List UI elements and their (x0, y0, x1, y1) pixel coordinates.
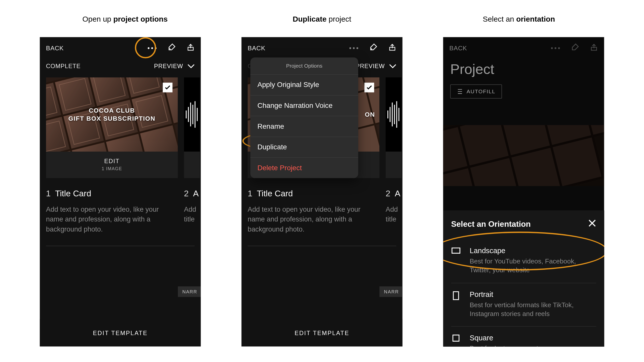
waveform-icon (186, 101, 197, 128)
autofill-button[interactable]: AUTOFILL (450, 84, 502, 99)
complete-label[interactable]: COMPLETE (46, 63, 81, 69)
caption-2: Duplicate project (223, 15, 420, 24)
more-options-icon[interactable] (148, 47, 156, 49)
section-1: 1 Title Card Add text to open your video… (248, 189, 379, 235)
orientation-landscape[interactable]: Landscape Best for YouTube videos, Faceb… (451, 240, 596, 283)
orientation-portrait[interactable]: Portrait Best for vertical formats like … (451, 283, 596, 327)
checkbox-icon[interactable] (163, 83, 173, 93)
menu-apply-original-style[interactable]: Apply Original Style (250, 75, 358, 96)
chevron-down-icon (187, 64, 194, 68)
slide-card-2-peek[interactable] (386, 77, 401, 178)
project-options-popover: Project Options Apply Original Style Cha… (250, 58, 358, 178)
section-2-peek: 2 A Addtitle (184, 189, 200, 235)
menu-delete-project[interactable]: Delete Project (250, 158, 358, 178)
edit-label[interactable]: EDIT (46, 158, 178, 164)
project-title: Project (443, 61, 604, 77)
more-options-icon[interactable] (349, 47, 358, 49)
preview-dropdown[interactable]: PREVIEW (356, 63, 396, 69)
slide-card-2-peek[interactable] (184, 77, 200, 178)
orientation-square[interactable]: Square Best for Instagram posts (451, 327, 596, 346)
autofill-icon (457, 88, 463, 95)
square-icon (451, 334, 461, 346)
checkbox-icon[interactable] (365, 83, 374, 93)
phone-1: BACK COMPLETE (40, 37, 201, 347)
back-button[interactable]: BACK (449, 45, 467, 52)
svg-rect-53 (453, 335, 459, 341)
back-button[interactable]: BACK (46, 45, 64, 52)
share-icon[interactable] (388, 43, 396, 54)
portrait-icon (451, 290, 461, 318)
edit-template-button[interactable]: EDIT TEMPLATE (40, 319, 201, 346)
caption-3: Select an orientation (420, 15, 617, 24)
landscape-icon (451, 247, 461, 275)
style-brush-icon[interactable] (167, 43, 176, 54)
more-options-icon[interactable] (551, 47, 560, 49)
style-brush-icon[interactable] (369, 43, 378, 54)
style-brush-icon[interactable] (571, 43, 579, 54)
narration-pill[interactable]: NARR (178, 286, 201, 297)
close-icon[interactable] (588, 219, 596, 229)
slide-overlay-text: COCOA CLUBGIFT BOX SUBSCRIPTION (46, 77, 178, 152)
orientation-sheet: Select an Orientation Landscape Best for… (443, 210, 604, 346)
share-icon[interactable] (590, 43, 598, 54)
phone-3: BACK Project A (443, 37, 604, 347)
caption-1: Open up project options (26, 15, 223, 24)
popover-header: Project Options (250, 58, 358, 75)
menu-rename[interactable]: Rename (250, 116, 358, 137)
svg-rect-51 (452, 248, 460, 253)
sheet-title: Select an Orientation (451, 219, 531, 229)
share-icon[interactable] (187, 43, 195, 54)
narration-pill[interactable]: NARR (380, 286, 403, 297)
preview-dropdown[interactable]: PREVIEW (154, 63, 194, 69)
menu-change-narration-voice[interactable]: Change Narration Voice (250, 96, 358, 116)
svg-rect-52 (453, 291, 459, 299)
menu-duplicate[interactable]: Duplicate (250, 137, 358, 158)
image-count: 1 IMAGE (46, 166, 178, 171)
edit-template-button[interactable]: EDIT TEMPLATE (242, 319, 403, 346)
waveform-icon (387, 101, 399, 128)
section-2-peek: 2 A Addtitle (386, 189, 401, 235)
slide-card-1[interactable]: COCOA CLUBGIFT BOX SUBSCRIPTION EDIT 1 I… (46, 77, 178, 178)
chevron-down-icon (389, 64, 396, 68)
section-1: 1 Title Card Add text to open your video… (46, 189, 178, 235)
phone-2: BACK C PRE (242, 37, 403, 347)
back-button[interactable]: BACK (248, 45, 265, 52)
